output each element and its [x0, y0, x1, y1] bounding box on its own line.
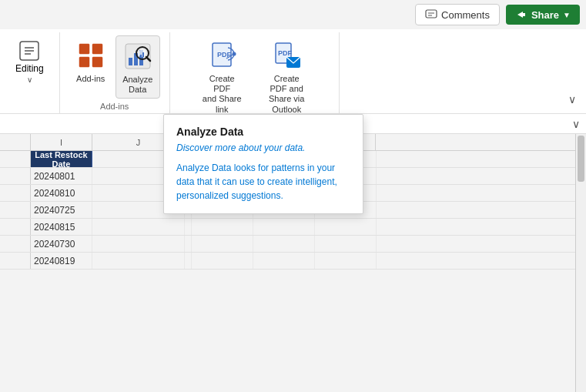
addins-group-label: Add-ins: [69, 99, 160, 114]
editing-button[interactable]: Editing ∨: [9, 35, 50, 87]
analyze-label: AnalyzeData: [122, 75, 152, 95]
pdf-outlook-icon: PDF: [271, 40, 302, 71]
share-icon: [515, 8, 527, 21]
cell-j-5[interactable]: [92, 236, 185, 252]
cell-i-4[interactable]: 20240815: [31, 219, 92, 235]
editing-label: Editing: [15, 63, 44, 74]
ribbon2-collapse-button[interactable]: ∨: [572, 118, 580, 130]
editing-icon: [17, 39, 42, 63]
ribbon-collapse-button[interactable]: ∨: [564, 92, 580, 107]
editing-group-spacer: [9, 107, 50, 113]
comment-icon: [425, 8, 437, 21]
cell-l-4[interactable]: [192, 219, 253, 235]
row-num-header: [0, 134, 31, 150]
cell-gap-4: [185, 219, 192, 235]
cell-gap-5: [185, 236, 192, 252]
last-restock-header: Last RestockDate: [31, 151, 92, 167]
last-restock-label: Last RestockDate: [35, 151, 87, 167]
create-pdf-share-button[interactable]: PDF Create PDFand Share link: [196, 35, 248, 118]
cell-l-6[interactable]: [192, 253, 253, 269]
ribbon: Editing ∨ Add-ins: [0, 29, 586, 114]
cell-m-4[interactable]: [253, 219, 315, 235]
vertical-scrollbar[interactable]: [575, 134, 586, 392]
addins-icon-area: [74, 39, 108, 72]
cell-gap-6: [185, 253, 192, 269]
row-num-2: [0, 185, 31, 201]
pdf-share-icon: PDF: [206, 40, 237, 71]
cell-i-6[interactable]: 20240819: [31, 253, 92, 269]
col-header-I[interactable]: I: [31, 134, 92, 150]
share-button[interactable]: Share ▼: [506, 5, 580, 25]
svg-text:PDF: PDF: [217, 51, 232, 59]
cell-j-6[interactable]: [92, 253, 185, 269]
cell-i-5[interactable]: 20240730: [31, 236, 92, 252]
cell-n-5[interactable]: [315, 236, 377, 252]
analyze-data-tooltip: Analyze Data Discover more about your da…: [163, 114, 363, 214]
pdf-share-label: Create PDFand Share link: [200, 74, 243, 115]
svg-rect-10: [92, 57, 102, 67]
ribbon-group-addins: Add-ins: [60, 32, 170, 113]
cell-l-5[interactable]: [192, 236, 253, 252]
pdf-outlook-label: Create PDF andShare via Outlook: [265, 74, 308, 115]
cell-m-5[interactable]: [253, 236, 315, 252]
cell-m-6[interactable]: [253, 253, 315, 269]
table-row: 20240730: [0, 236, 575, 253]
editing-caret: ∨: [27, 75, 32, 84]
pdf-outlook-icon-area: PDF: [270, 39, 303, 72]
svg-rect-0: [426, 10, 437, 18]
cell-i-1[interactable]: 20240801: [31, 168, 92, 184]
svg-rect-19: [142, 52, 144, 57]
row-num-3: [0, 202, 31, 218]
cell-j-4[interactable]: [92, 219, 185, 235]
share-caret: ▼: [563, 11, 571, 19]
cell-n-6[interactable]: [315, 253, 377, 269]
scrollbar-thumb[interactable]: [578, 136, 584, 182]
comments-button[interactable]: Comments: [415, 4, 500, 25]
addins-icon: [75, 40, 106, 71]
comments-label: Comments: [441, 9, 490, 21]
table-row: 20240815: [0, 219, 575, 236]
create-pdf-outlook-button[interactable]: PDF Create PDF andShare via Outlook: [260, 35, 313, 118]
row-num-header-data: [0, 151, 31, 167]
cell-i-2[interactable]: 20240810: [31, 185, 92, 201]
svg-text:PDF: PDF: [278, 49, 293, 57]
row-num-6: [0, 253, 31, 269]
analyze-data-button[interactable]: AnalyzeData: [116, 35, 160, 99]
cell-n-4[interactable]: [315, 219, 377, 235]
addins-label: Add-ins: [76, 74, 105, 84]
row-num-5: [0, 236, 31, 252]
tooltip-title: Analyze Data: [176, 126, 350, 138]
addins-button[interactable]: Add-ins: [69, 35, 112, 87]
row-num-4: [0, 219, 31, 235]
row-num-1: [0, 168, 31, 184]
pdf-share-icon-area: PDF: [205, 39, 239, 72]
svg-rect-7: [79, 44, 89, 54]
ribbon-group-editing: Editing ∨: [0, 32, 60, 113]
collapse-icon: ∨: [568, 93, 576, 106]
ribbon-group-acrobat: PDF Create PDFand Share link PDF: [170, 32, 340, 113]
svg-rect-9: [79, 57, 89, 67]
cell-i-3[interactable]: 20240725: [31, 202, 92, 218]
svg-rect-12: [129, 58, 132, 65]
tooltip-subtitle: Discover more about your data.: [176, 142, 350, 153]
analyze-icon-area: [121, 39, 155, 73]
analyze-icon: [122, 41, 153, 72]
top-bar: Comments Share ▼: [0, 0, 586, 29]
tooltip-body: Analyze Data looks for patterns in your …: [176, 161, 350, 203]
table-row: 20240819: [0, 253, 575, 270]
svg-rect-18: [140, 55, 142, 57]
share-label: Share: [531, 9, 559, 21]
svg-rect-8: [92, 44, 102, 54]
